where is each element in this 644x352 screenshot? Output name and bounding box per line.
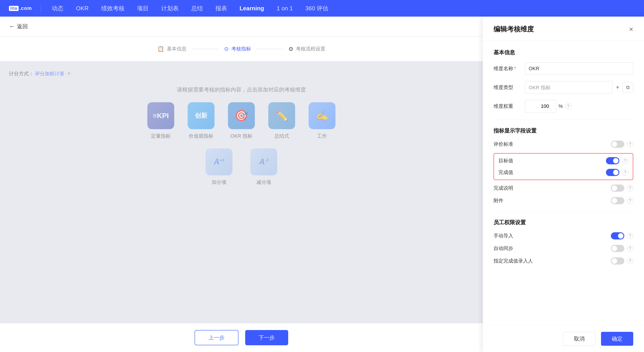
toggle-row-attachment: 附件 ? (494, 197, 633, 204)
step-index-icon: ⊙ (224, 46, 228, 52)
weight-help-icon[interactable]: ? (565, 103, 572, 109)
weight-unit: % (558, 103, 563, 109)
toggle-row-manual: 手动导入 ? (494, 232, 633, 239)
logo[interactable]: tita.com (9, 5, 32, 11)
jiafenxiang-label: 加分项 (212, 179, 226, 186)
toggle-note-wrap: ? (611, 185, 633, 192)
icon-item-zongji[interactable]: ✏️ 总结式 (268, 102, 295, 139)
toggle-row-completion: 完成值 ? (498, 169, 628, 176)
scoring-value: 评分加权计算 (35, 71, 64, 76)
icon-item-jianfenxiang[interactable]: A-3 减分项 (250, 148, 277, 186)
logo-text: tita (9, 6, 18, 11)
main-area: ← 返回 📋 基本信息 ⊙ 考核指标 ⊙ 考核流程设置 计分方式： (0, 17, 644, 352)
copy-icon-button[interactable]: ⧉ (622, 82, 633, 93)
scoring-label: 计分方式： (9, 71, 34, 76)
step-flow[interactable]: ⊙ 考核流程设置 (289, 46, 325, 52)
step-basic-icon: 📋 (158, 46, 164, 52)
nav-divider (41, 4, 41, 12)
chuangxin-icon-label: 创新 (195, 111, 207, 120)
nav-baobiao[interactable]: 报表 (214, 4, 229, 13)
dimension-type-label: 维度类型 (494, 84, 525, 91)
okr-label: OKR 指标 (230, 133, 252, 139)
nav-1on1[interactable]: 1 on 1 (275, 4, 295, 13)
icon-item-gongzuo[interactable]: ✍ 工作 (308, 102, 336, 139)
back-arrow-icon: ← (9, 23, 15, 30)
dimension-weight-input[interactable] (525, 100, 556, 113)
panel-header: 编辑考核维度 × (483, 17, 644, 41)
toggle-attachment-wrap: ? (611, 197, 633, 204)
toggle-row-autosync: 自动同步 ? (494, 245, 633, 252)
nav-jixiao[interactable]: 绩效考核 (100, 4, 126, 13)
jiafenxiang-icon-box: A+3 (206, 148, 232, 175)
cancel-button[interactable]: 取消 (563, 332, 596, 346)
kpi-icon-label: ≡KPI (153, 112, 169, 120)
dimension-type-select-wrap: OKR 指标 ▼ ⧉ (525, 81, 633, 94)
dimension-name-input[interactable] (525, 62, 633, 75)
toggle-designate-help[interactable]: ? (627, 258, 633, 264)
nav-okr[interactable]: OKR (74, 4, 90, 13)
toggle-designate-label: 指定完成值录入人 (494, 258, 611, 264)
step-index[interactable]: ⊙ 考核指标 (224, 46, 251, 52)
nav-xiangmu[interactable]: 项目 (135, 4, 150, 13)
icon-item-jiafenxiang[interactable]: A+3 加分项 (206, 148, 232, 186)
toggle-autosync-help[interactable]: ? (627, 245, 633, 252)
toggle-note-switch[interactable] (611, 185, 624, 192)
confirm-button[interactable]: 确定 (601, 332, 633, 346)
nav-360[interactable]: 360 评估 (304, 4, 330, 13)
close-button[interactable]: × (629, 25, 633, 33)
kpi-label: 定量指标 (151, 133, 171, 139)
toggle-attachment-switch[interactable] (611, 197, 624, 204)
center-content: 计分方式： 评分加权计算 ? 请根据需要考核的指标内容，点击添加对应的考核维度 … (0, 61, 483, 204)
toggle-manual-switch[interactable] (611, 232, 624, 239)
dimension-name-label: 维度名称 (494, 65, 525, 72)
toggle-evaluation-switch[interactable] (611, 141, 624, 148)
icon-item-chuangxin[interactable]: 创新 价值观指标 (188, 102, 214, 139)
nav-zongji[interactable]: 总结 (190, 4, 205, 13)
toggle-row-target: 目标值 ? (498, 157, 628, 164)
icon-item-kpi[interactable]: ≡KPI 定量指标 (147, 102, 174, 139)
toggle-designate-wrap: ? (611, 257, 633, 265)
dimension-weight-label: 维度权重 (494, 103, 525, 110)
hint-text: 请根据需要考核的指标内容，点击添加对应的考核维度 (9, 86, 474, 93)
toggle-target-help[interactable]: ? (622, 158, 628, 164)
dimension-type-select[interactable]: OKR 指标 (525, 81, 613, 94)
toggle-attachment-help[interactable]: ? (627, 198, 633, 204)
indicator-settings-title: 指标显示字段设置 (494, 127, 633, 134)
next-button[interactable]: 下一步 (245, 330, 288, 345)
step-flow-label: 考核流程设置 (296, 46, 325, 52)
toggle-target-switch[interactable] (606, 157, 619, 164)
toggle-manual-wrap: ? (611, 232, 633, 239)
back-button[interactable]: ← 返回 (9, 23, 28, 30)
gongzuo-icon-box: ✍ (308, 102, 336, 129)
step-basic[interactable]: 📋 基本信息 (158, 46, 186, 52)
toggle-completion-help[interactable]: ? (622, 169, 628, 175)
chuangxin-label: 价值观指标 (189, 133, 214, 139)
chuangxin-icon-box: 创新 (188, 102, 214, 129)
toggle-completion-switch[interactable] (606, 169, 619, 176)
icon-grid: ≡KPI 定量指标 创新 价值观指标 🎯 OKR 指标 (9, 102, 474, 139)
left-content: ← 返回 📋 基本信息 ⊙ 考核指标 ⊙ 考核流程设置 计分方式： (0, 17, 483, 352)
toggle-autosync-switch[interactable] (611, 245, 624, 252)
basic-info-section-title: 基本信息 (494, 49, 633, 56)
bottom-bar: 上一步 下一步 (0, 323, 483, 352)
dimension-weight-row: 维度权重 % ? (494, 100, 633, 113)
jiafenxiang-icon-label: A+3 (214, 157, 224, 166)
panel-title: 编辑考核维度 (494, 25, 534, 34)
bonus-grid: A+3 加分项 A-3 减分项 (9, 148, 474, 186)
nav-learning[interactable]: Learning (238, 4, 266, 13)
toggle-evaluation-help[interactable]: ? (627, 141, 633, 147)
toggle-designate-switch[interactable] (611, 257, 624, 265)
icon-item-okr[interactable]: 🎯 OKR 指标 (228, 102, 255, 139)
toggle-note-help[interactable]: ? (627, 185, 633, 191)
step-flow-icon: ⊙ (289, 46, 293, 52)
toggle-autosync-label: 自动同步 (494, 245, 611, 252)
scoring-help-icon[interactable]: ? (66, 71, 72, 77)
toggle-target-wrap: ? (606, 157, 628, 164)
nav-jihuabiao[interactable]: 计划表 (160, 4, 180, 13)
toggle-row-note: 完成说明 ? (494, 185, 633, 192)
prev-button[interactable]: 上一步 (194, 330, 238, 345)
toggle-manual-help[interactable]: ? (627, 233, 633, 239)
toggle-note-label: 完成说明 (494, 185, 611, 192)
nav-dongtai[interactable]: 动态 (50, 4, 65, 13)
highlighted-toggles-box: 目标值 ? 完成值 ? (494, 153, 633, 180)
